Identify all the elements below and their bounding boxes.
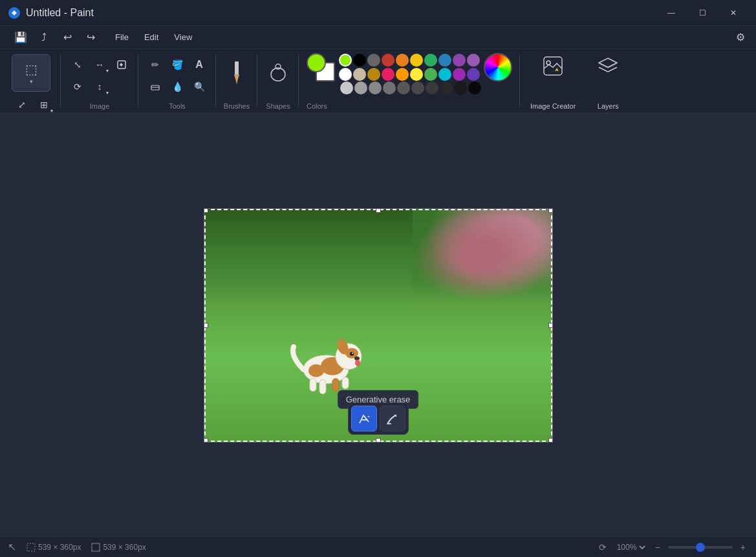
selection-tools-group: ⬚ ▾ ⤢ ⊞▾ bbox=[12, 54, 54, 115]
zoom-select[interactable]: 100% 50% 150% 200% bbox=[614, 542, 647, 552]
color-swatch-color-row-2-9[interactable] bbox=[467, 68, 480, 81]
shapes-button[interactable] bbox=[264, 54, 292, 92]
image-creator-label: Image Creator bbox=[530, 100, 576, 110]
selection-resize-button[interactable]: ⊞▾ bbox=[34, 94, 54, 115]
color-swatch-color-row-2-2[interactable] bbox=[367, 68, 380, 81]
brushes-button[interactable] bbox=[222, 54, 251, 92]
color-swatch-color-row-2-1[interactable] bbox=[353, 68, 366, 81]
svg-point-16 bbox=[354, 356, 360, 360]
tools-section: ✏ 🪣 A 💧 🔍 Tools bbox=[138, 49, 216, 113]
active-colors bbox=[307, 53, 335, 82]
svg-point-5 bbox=[275, 64, 281, 69]
zoom-in-button[interactable]: + bbox=[738, 541, 748, 554]
colors-section: Colors bbox=[299, 49, 520, 113]
color-swatch-color-row-3-6[interactable] bbox=[426, 82, 438, 94]
color-swatch-color-row-2-0[interactable] bbox=[339, 68, 352, 81]
foreground-color[interactable] bbox=[307, 53, 326, 72]
color-swatch-color-row-1-7[interactable] bbox=[438, 54, 451, 67]
save-button[interactable]: 💾 bbox=[10, 27, 31, 48]
toolbar: ⬚ ▾ ⤢ ⊞▾ Selection ⤡ ↔▾ bbox=[0, 49, 756, 114]
maximize-button[interactable]: ☐ bbox=[687, 3, 717, 23]
share-button[interactable]: ⤴ bbox=[34, 27, 54, 48]
color-picker-wheel[interactable] bbox=[484, 53, 512, 82]
zoom-out-button[interactable]: − bbox=[653, 541, 663, 554]
color-swatch-color-row-3-0[interactable] bbox=[340, 82, 353, 94]
eraser-button[interactable] bbox=[145, 76, 166, 97]
color-swatch-color-row-3-1[interactable] bbox=[354, 82, 367, 94]
selection-crop-button[interactable]: ⤢ bbox=[12, 94, 32, 115]
color-swatch-color-row-3-7[interactable] bbox=[440, 82, 453, 94]
cursor-icon: ↖ bbox=[8, 541, 16, 553]
color-swatch-color-row-3-9[interactable] bbox=[468, 82, 481, 94]
redo-button[interactable]: ↪ bbox=[80, 27, 101, 48]
svg-point-15 bbox=[352, 353, 353, 354]
color-swatch-color-row-2-8[interactable] bbox=[453, 68, 466, 81]
close-button[interactable]: ✕ bbox=[718, 3, 748, 23]
zoom-slider[interactable] bbox=[668, 546, 733, 549]
svg-point-10 bbox=[308, 364, 324, 377]
layers-icon bbox=[596, 54, 620, 78]
color-swatch-color-row-3-3[interactable] bbox=[383, 82, 396, 94]
zoom-tool-button[interactable]: 🔍 bbox=[189, 76, 210, 97]
menu-file[interactable]: File bbox=[109, 30, 135, 45]
pencil-button[interactable]: ✏ bbox=[145, 54, 166, 75]
color-swatch-color-row-1-1[interactable] bbox=[353, 54, 366, 67]
image-flip-button[interactable]: ↔▾ bbox=[89, 54, 110, 75]
image-flip2-button[interactable]: ↕▾ bbox=[89, 76, 110, 97]
menu-edit[interactable]: Edit bbox=[138, 30, 165, 45]
minimize-button[interactable]: — bbox=[656, 3, 686, 23]
color-swatch-color-row-1-2[interactable] bbox=[367, 54, 380, 67]
image-resize-button[interactable]: ⤡ bbox=[67, 54, 88, 75]
color-swatch-color-row-1-0[interactable] bbox=[339, 54, 352, 67]
canvas-area[interactable]: Generative erase bbox=[0, 114, 756, 536]
selection-indicator-icon bbox=[27, 543, 36, 552]
color-swatch-color-row-3-2[interactable] bbox=[369, 82, 382, 94]
image-rotate-button[interactable]: ⟳ bbox=[67, 76, 88, 97]
color-row-1 bbox=[339, 54, 480, 67]
layers-section[interactable]: Layers bbox=[586, 49, 630, 113]
generative-erase-btn[interactable] bbox=[351, 406, 377, 431]
color-swatch-color-row-2-6[interactable] bbox=[424, 68, 437, 81]
color-swatch-color-row-2-7[interactable] bbox=[438, 68, 451, 81]
title-text: Untitled - Paint bbox=[26, 7, 94, 19]
svg-rect-23 bbox=[92, 543, 100, 551]
canvas-size-label: 539 × 360px bbox=[91, 543, 146, 552]
menu-view[interactable]: View bbox=[167, 30, 199, 45]
sync-button[interactable]: ⟳ bbox=[596, 541, 609, 554]
color-swatch-color-row-3-8[interactable] bbox=[454, 82, 467, 94]
svg-rect-18 bbox=[310, 378, 316, 391]
color-swatch-color-row-2-4[interactable] bbox=[396, 68, 409, 81]
image-ai-button[interactable] bbox=[111, 54, 132, 75]
color-swatch-color-row-1-8[interactable] bbox=[453, 54, 466, 67]
dog-illustration bbox=[274, 318, 378, 395]
color-swatch-color-row-1-3[interactable] bbox=[382, 54, 394, 67]
color-swatch-color-row-3-5[interactable] bbox=[411, 82, 424, 94]
shapes-section: Shapes bbox=[257, 49, 299, 113]
color-picker-button[interactable]: 💧 bbox=[167, 76, 188, 97]
color-swatch-color-row-2-5[interactable] bbox=[410, 68, 423, 81]
undo-button[interactable]: ↩ bbox=[57, 27, 78, 48]
image-creator-section[interactable]: Image Creator bbox=[520, 49, 586, 113]
layers-label: Layers bbox=[598, 100, 619, 110]
text-button[interactable]: A bbox=[189, 54, 210, 75]
color-swatch-color-row-1-4[interactable] bbox=[396, 54, 409, 67]
selection-sub-tools: ⤢ ⊞▾ bbox=[12, 94, 54, 115]
selection-main-button[interactable]: ⬚ ▾ bbox=[12, 54, 50, 92]
color-row-3 bbox=[340, 82, 481, 94]
settings-button[interactable]: ⚙ bbox=[730, 27, 751, 48]
brushes-label: Brushes bbox=[224, 100, 250, 110]
tools-label: Tools bbox=[169, 100, 186, 110]
color-swatch-color-row-3-4[interactable] bbox=[397, 82, 410, 94]
brushes-section: Brushes bbox=[216, 49, 257, 113]
image-row1: ⤡ ↔▾ bbox=[67, 54, 132, 75]
color-swatch-color-row-1-6[interactable] bbox=[424, 54, 437, 67]
status-bar: ↖ 539 × 360px 539 × 360px ⟳ 100% 50% 150… bbox=[0, 536, 756, 557]
color-swatch-color-row-2-3[interactable] bbox=[382, 68, 394, 81]
fill-button[interactable]: 🪣 bbox=[167, 54, 188, 75]
svg-rect-3 bbox=[235, 61, 239, 74]
title-bar: Untitled - Paint — ☐ ✕ bbox=[0, 0, 756, 26]
selection-size-label: 539 × 360px bbox=[27, 543, 81, 552]
color-swatch-color-row-1-9[interactable] bbox=[467, 54, 480, 67]
color-swatch-color-row-1-5[interactable] bbox=[410, 54, 423, 67]
brush-erase-btn[interactable] bbox=[380, 406, 405, 431]
